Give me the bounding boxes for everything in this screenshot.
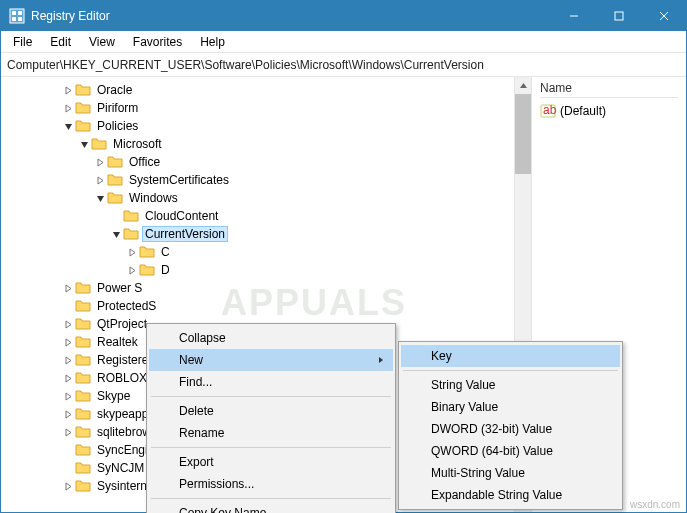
string-value-icon: ab bbox=[540, 103, 556, 119]
expander-icon[interactable] bbox=[61, 482, 75, 491]
expander-collapse-icon[interactable] bbox=[109, 230, 123, 239]
menu-favorites[interactable]: Favorites bbox=[125, 33, 190, 51]
svg-text:ab: ab bbox=[543, 103, 556, 117]
menu-help[interactable]: Help bbox=[192, 33, 233, 51]
menu-view[interactable]: View bbox=[81, 33, 123, 51]
tree-node-child-d[interactable]: D bbox=[1, 261, 531, 279]
folder-icon bbox=[75, 82, 91, 98]
ctx-new-expandable[interactable]: Expandable String Value bbox=[401, 484, 620, 506]
folder-icon bbox=[75, 460, 91, 476]
expander-icon[interactable] bbox=[61, 374, 75, 383]
ctx-collapse[interactable]: Collapse bbox=[149, 327, 393, 349]
expander-icon[interactable] bbox=[125, 266, 139, 275]
tree-node-windows[interactable]: Windows bbox=[1, 189, 531, 207]
tree-label: Power S bbox=[95, 281, 144, 295]
tree-node-power[interactable]: Power S bbox=[1, 279, 531, 297]
expander-icon[interactable] bbox=[61, 356, 75, 365]
titlebar: Registry Editor bbox=[1, 1, 686, 31]
tree-node-protected[interactable]: ProtectedS bbox=[1, 297, 531, 315]
value-row-default[interactable]: ab (Default) bbox=[540, 102, 678, 120]
folder-icon bbox=[75, 316, 91, 332]
ctx-delete[interactable]: Delete bbox=[149, 400, 393, 422]
tree-label: C bbox=[159, 245, 172, 259]
tree-label: Policies bbox=[95, 119, 140, 133]
window-title: Registry Editor bbox=[31, 9, 110, 23]
ctx-export[interactable]: Export bbox=[149, 451, 393, 473]
expander-icon[interactable] bbox=[61, 428, 75, 437]
tree-label: SyNCJM bbox=[95, 461, 146, 475]
scroll-thumb[interactable] bbox=[515, 94, 531, 174]
expander-icon[interactable] bbox=[61, 104, 75, 113]
expander-icon[interactable] bbox=[93, 158, 107, 167]
expander-icon[interactable] bbox=[61, 392, 75, 401]
svg-rect-6 bbox=[615, 12, 623, 20]
tree-label: D bbox=[159, 263, 172, 277]
tree-node-microsoft[interactable]: Microsoft bbox=[1, 135, 531, 153]
address-bar[interactable]: Computer\HKEY_CURRENT_USER\Software\Poli… bbox=[1, 53, 686, 77]
tree-label: Skype bbox=[95, 389, 132, 403]
svg-rect-3 bbox=[12, 17, 16, 21]
tree-label: QtProject bbox=[95, 317, 149, 331]
ctx-new-key[interactable]: Key bbox=[401, 345, 620, 367]
folder-icon bbox=[123, 226, 139, 242]
column-header-name[interactable]: Name bbox=[540, 81, 678, 98]
folder-icon bbox=[75, 334, 91, 350]
maximize-button[interactable] bbox=[596, 1, 641, 31]
tree-node-systemcertificates[interactable]: SystemCertificates bbox=[1, 171, 531, 189]
ctx-separator bbox=[403, 370, 618, 371]
expander-collapse-icon[interactable] bbox=[77, 140, 91, 149]
expander-collapse-icon[interactable] bbox=[61, 122, 75, 131]
tree-label: Realtek bbox=[95, 335, 140, 349]
context-submenu-new: Key String Value Binary Value DWORD (32-… bbox=[398, 341, 623, 510]
folder-icon bbox=[107, 172, 123, 188]
expander-icon[interactable] bbox=[61, 338, 75, 347]
folder-icon bbox=[75, 352, 91, 368]
tree-node-currentversion[interactable]: CurrentVersion bbox=[1, 225, 531, 243]
ctx-new-binary[interactable]: Binary Value bbox=[401, 396, 620, 418]
folder-icon bbox=[123, 208, 139, 224]
expander-collapse-icon[interactable] bbox=[93, 194, 107, 203]
expander-icon[interactable] bbox=[93, 176, 107, 185]
menu-file[interactable]: File bbox=[5, 33, 40, 51]
expander-icon[interactable] bbox=[61, 320, 75, 329]
ctx-separator bbox=[151, 396, 391, 397]
ctx-find[interactable]: Find... bbox=[149, 371, 393, 393]
svg-rect-2 bbox=[18, 11, 22, 15]
ctx-rename[interactable]: Rename bbox=[149, 422, 393, 444]
ctx-new-dword[interactable]: DWORD (32-bit) Value bbox=[401, 418, 620, 440]
svg-rect-4 bbox=[18, 17, 22, 21]
submenu-arrow-icon bbox=[377, 353, 385, 367]
tree-node-oracle[interactable]: Oracle bbox=[1, 81, 531, 99]
tree-node-policies[interactable]: Policies bbox=[1, 117, 531, 135]
tree-label: Piriform bbox=[95, 101, 140, 115]
folder-icon bbox=[75, 100, 91, 116]
tree-node-child-c[interactable]: C bbox=[1, 243, 531, 261]
expander-icon[interactable] bbox=[61, 284, 75, 293]
tree-node-office[interactable]: Office bbox=[1, 153, 531, 171]
menu-edit[interactable]: Edit bbox=[42, 33, 79, 51]
expander-icon[interactable] bbox=[61, 410, 75, 419]
folder-icon bbox=[139, 262, 155, 278]
folder-icon bbox=[75, 388, 91, 404]
minimize-button[interactable] bbox=[551, 1, 596, 31]
folder-icon bbox=[75, 406, 91, 422]
folder-icon bbox=[107, 154, 123, 170]
ctx-new-string[interactable]: String Value bbox=[401, 374, 620, 396]
close-button[interactable] bbox=[641, 1, 686, 31]
tree-label: CloudContent bbox=[143, 209, 220, 223]
tree-label: sqlitebrow bbox=[95, 425, 153, 439]
ctx-separator bbox=[151, 447, 391, 448]
ctx-new-qword[interactable]: QWORD (64-bit) Value bbox=[401, 440, 620, 462]
tree-node-piriform[interactable]: Piriform bbox=[1, 99, 531, 117]
expander-icon[interactable] bbox=[61, 86, 75, 95]
ctx-new-multistring[interactable]: Multi-String Value bbox=[401, 462, 620, 484]
expander-icon[interactable] bbox=[125, 248, 139, 257]
folder-icon bbox=[139, 244, 155, 260]
ctx-new[interactable]: New bbox=[149, 349, 393, 371]
scroll-up-icon[interactable] bbox=[515, 77, 532, 94]
tree-node-cloudcontent[interactable]: CloudContent bbox=[1, 207, 531, 225]
folder-icon bbox=[75, 370, 91, 386]
ctx-new-label: New bbox=[179, 353, 203, 367]
ctx-permissions[interactable]: Permissions... bbox=[149, 473, 393, 495]
ctx-copykeyname[interactable]: Copy Key Name bbox=[149, 502, 393, 513]
